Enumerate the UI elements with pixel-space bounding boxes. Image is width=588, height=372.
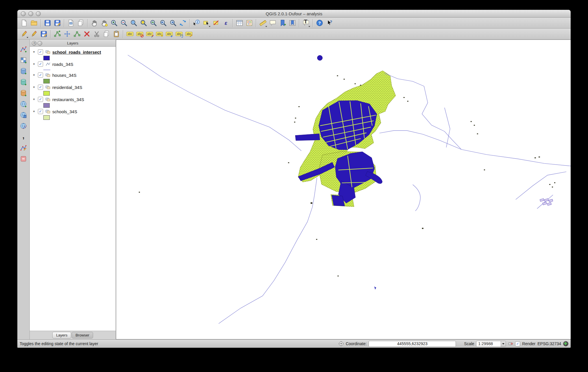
save-project-as-button[interactable] <box>52 18 62 28</box>
expand-arrow-icon[interactable]: ▼ <box>33 74 36 77</box>
label-pin-button[interactable]: abc <box>145 29 154 39</box>
measure-button[interactable] <box>258 18 268 28</box>
toggle-editing-button[interactable] <box>29 29 39 39</box>
whats-this-button[interactable]: ? <box>324 18 334 28</box>
layer-item-schools[interactable]: ▼ ✓ schools_34S <box>30 109 116 120</box>
panel-detach-button[interactable]: ◦ <box>38 41 42 46</box>
layer-item-roads[interactable]: ▼ ✓ roads_34S <box>30 61 116 70</box>
mouse-position-icon[interactable] <box>339 341 344 346</box>
new-bookmark-button[interactable] <box>278 18 287 28</box>
label-highlight-button[interactable]: abc <box>154 29 164 39</box>
add-postgis-layer-button[interactable] <box>19 66 28 76</box>
layer-item-school-roads-intersect[interactable]: ▼ ✓ school_roads_intersect <box>30 49 116 60</box>
text-annotation-button[interactable]: T <box>301 18 311 28</box>
expand-arrow-icon[interactable]: ▼ <box>33 98 36 101</box>
label-rotate-button[interactable]: abc <box>174 29 184 39</box>
zoom-out-button[interactable] <box>119 18 129 28</box>
add-delimited-text-layer-button[interactable]: , <box>19 132 28 142</box>
deselect-all-button[interactable] <box>211 18 221 28</box>
composer-manager-button[interactable] <box>76 18 86 28</box>
zoom-full-button[interactable] <box>129 18 138 28</box>
layer-swatch[interactable] <box>43 91 50 96</box>
tab-layers[interactable]: Layers <box>52 332 71 338</box>
coordinate-input[interactable]: 445555,6232923 <box>369 341 456 347</box>
open-project-button[interactable] <box>29 18 39 28</box>
label-change-button[interactable]: abc <box>184 29 194 39</box>
save-layer-edits-button[interactable] <box>39 29 49 39</box>
layer-checkbox[interactable]: ✓ <box>38 109 43 114</box>
map-canvas[interactable] <box>116 40 571 339</box>
field-calculator-button[interactable] <box>244 18 254 28</box>
zoom-last-button[interactable] <box>158 18 168 28</box>
paste-features-button[interactable] <box>111 29 121 39</box>
layer-checkbox[interactable]: ✓ <box>38 49 43 55</box>
titlebar[interactable]: QGIS 2.0.1-Dufour – analysis <box>17 10 571 18</box>
layer-swatch[interactable] <box>43 56 50 60</box>
pan-to-selection-button[interactable] <box>99 18 109 28</box>
layer-checkbox[interactable]: ✓ <box>38 72 43 78</box>
add-wfs-layer-button[interactable] <box>19 121 28 131</box>
expand-arrow-icon[interactable]: ▼ <box>33 63 36 66</box>
add-wcs-layer-button[interactable] <box>19 110 28 120</box>
zoom-to-layer-button[interactable] <box>148 18 158 28</box>
new-shapefile-layer-button[interactable] <box>19 143 28 152</box>
layer-name[interactable]: restaurants_34S <box>52 97 84 102</box>
scale-combo[interactable]: 1:29988 <box>476 341 506 347</box>
layer-item-restaurants[interactable]: ▼ ✓ restaurants_34S <box>30 96 116 108</box>
label-move-button[interactable]: abc <box>164 29 174 39</box>
refresh-map-button[interactable] <box>178 18 188 28</box>
add-vector-layer-button[interactable] <box>19 44 28 54</box>
remove-layer-button[interactable] <box>19 154 28 163</box>
add-raster-layer-button[interactable] <box>19 55 28 65</box>
layer-item-residential[interactable]: ▼ ✓ residential_34S <box>30 84 116 96</box>
layer-labeling-button[interactable]: abc <box>125 29 135 39</box>
epsg-label[interactable]: EPSG:32734 <box>537 341 561 346</box>
select-features-button[interactable] <box>201 18 211 28</box>
label-show-hide-button[interactable]: abc <box>135 29 145 39</box>
delete-selected-button[interactable] <box>82 29 92 39</box>
node-tool-button[interactable] <box>72 29 82 39</box>
tab-browser[interactable]: Browser <box>72 332 93 338</box>
save-project-button[interactable] <box>42 18 52 28</box>
cut-features-button[interactable] <box>92 29 101 39</box>
layer-name[interactable]: school_roads_intersect <box>52 50 101 55</box>
show-bookmarks-button[interactable] <box>287 18 297 28</box>
add-wms-layer-button[interactable] <box>19 99 28 109</box>
zoom-in-button[interactable] <box>109 18 119 28</box>
layers-panel-header[interactable]: ✕ ◦ Layers <box>30 40 116 47</box>
layer-swatch[interactable] <box>43 115 50 120</box>
layer-swatch[interactable] <box>43 103 50 108</box>
current-edits-button[interactable] <box>19 29 29 39</box>
new-print-composer-button[interactable] <box>66 18 76 28</box>
expand-arrow-icon[interactable]: ▼ <box>33 110 36 113</box>
zoom-to-selection-button[interactable] <box>138 18 148 28</box>
expand-arrow-icon[interactable]: ▼ <box>33 86 36 89</box>
layer-name[interactable]: houses_34S <box>52 73 76 78</box>
layer-checkbox[interactable]: ✓ <box>38 85 43 90</box>
add-mssql-layer-button[interactable] <box>19 88 28 98</box>
move-feature-button[interactable] <box>62 29 72 39</box>
expand-arrow-icon[interactable]: ▼ <box>33 51 36 53</box>
minimize-button[interactable] <box>28 11 33 16</box>
scale-dropdown-icon[interactable] <box>501 341 506 347</box>
add-spatialite-layer-button[interactable] <box>19 77 28 87</box>
layer-name[interactable]: residential_34S <box>52 85 82 90</box>
layer-swatch[interactable] <box>43 79 50 83</box>
log-messages-button[interactable] <box>563 341 568 346</box>
map-tips-button[interactable] <box>268 18 278 28</box>
copy-features-button[interactable] <box>101 29 111 39</box>
layer-name[interactable]: schools_34S <box>52 109 77 114</box>
help-contents-button[interactable]: ? <box>315 18 324 28</box>
layer-item-houses[interactable]: ▼ ✓ houses_34S <box>30 72 116 83</box>
close-button[interactable] <box>21 11 26 16</box>
layer-checkbox[interactable]: ✓ <box>38 97 43 102</box>
identify-features-button[interactable]: i <box>191 18 201 28</box>
layer-checkbox[interactable]: ✓ <box>38 62 43 67</box>
zoom-next-button[interactable] <box>168 18 178 28</box>
layer-name[interactable]: roads_34S <box>52 62 73 67</box>
select-by-expression-button[interactable]: ε <box>221 18 231 28</box>
crs-status-icon[interactable] <box>508 341 513 346</box>
panel-close-button[interactable]: ✕ <box>32 41 36 46</box>
maximize-button[interactable] <box>36 11 41 16</box>
render-checkbox[interactable]: ✓ <box>515 341 520 346</box>
